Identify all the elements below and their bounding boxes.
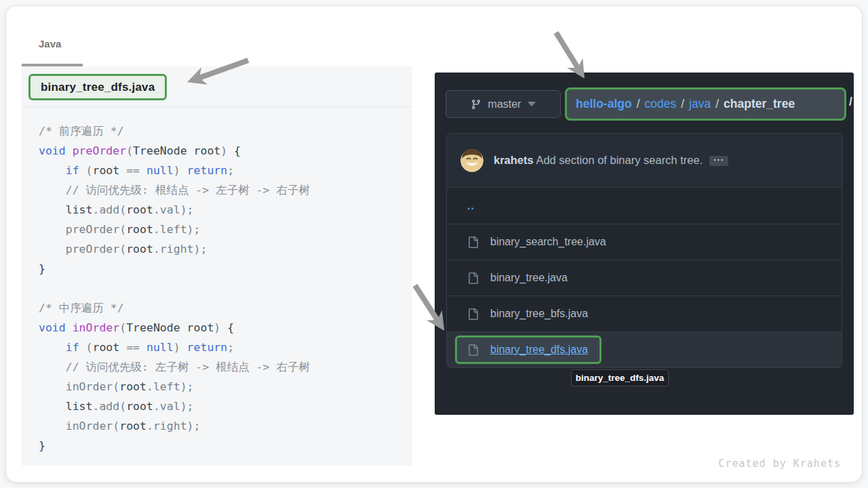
breadcrumb-separator: /: [715, 97, 719, 111]
branch-label: master: [488, 98, 521, 110]
code-line: inOrder(root.right);: [39, 416, 412, 436]
breadcrumb-repo-link[interactable]: hello-algo: [576, 97, 632, 111]
breadcrumb-separator: /: [637, 97, 640, 111]
file-highlight-box: binary_tree_dfs.java: [455, 336, 601, 364]
file-list: ..binary_search_tree.javabinary_tree.jav…: [447, 187, 842, 367]
file-icon: [467, 344, 479, 356]
caret-down-icon: [528, 102, 536, 106]
breadcrumb-highlight-box: hello-algo / codes / java / chapter_tree: [565, 87, 846, 121]
file-tooltip: binary_tree_dfs.java: [571, 369, 669, 386]
code-line: inOrder(root.left);: [39, 377, 412, 396]
code-lines: /* 前序遍历 */void preOrder(TreeNode root) {…: [22, 107, 412, 455]
breadcrumb-separator: /: [681, 97, 684, 111]
file-row[interactable]: binary_tree.java: [447, 260, 842, 296]
breadcrumb-trailing-slash: /: [849, 95, 852, 109]
code-line: // 访问优先级: 左子树 -> 根结点 -> 右子树: [39, 357, 412, 377]
filename-highlight-box: binary_tree_dfs.java: [28, 74, 167, 100]
file-link[interactable]: binary_tree_bfs.java: [490, 308, 588, 320]
file-icon: [467, 237, 479, 248]
code-line: preOrder(root.left);: [39, 220, 412, 239]
breadcrumb-dir-java[interactable]: java: [689, 97, 711, 111]
breadcrumb-dir-codes[interactable]: codes: [645, 97, 677, 111]
branch-selector-button[interactable]: master: [446, 90, 561, 118]
code-line: [39, 279, 412, 298]
code-line: void preOrder(TreeNode root) {: [39, 141, 412, 161]
code-line: // 访问优先级: 根结点 -> 左子树 -> 右子树: [39, 180, 412, 200]
code-line: }: [39, 436, 412, 455]
code-header: binary_tree_dfs.java: [22, 66, 412, 107]
screenshot-stage: Java binary_tree_dfs.java /* 前序遍历 */void…: [0, 0, 868, 488]
credit-text: Created by Krahets: [718, 458, 841, 470]
file-row[interactable]: binary_tree_bfs.java: [447, 296, 842, 331]
tab-java[interactable]: Java: [39, 38, 61, 49]
code-line: /* 前序遍历 */: [39, 121, 412, 141]
file-row[interactable]: binary_search_tree.java: [447, 224, 842, 260]
git-branch-icon: [471, 99, 481, 110]
code-line: if (root == null) return;: [39, 161, 412, 180]
latest-commit-row: krahets Add section of binary search tre…: [447, 134, 842, 187]
file-icon: [467, 308, 479, 320]
code-line: }: [39, 259, 412, 279]
commit-text: krahets Add section of binary search tre…: [494, 154, 728, 167]
code-filename: binary_tree_dfs.java: [41, 81, 155, 94]
code-panel: binary_tree_dfs.java /* 前序遍历 */void preO…: [22, 66, 412, 466]
github-panel: master hello-algo / codes / java / chapt…: [435, 73, 854, 415]
file-link[interactable]: binary_search_tree.java: [490, 236, 606, 248]
file-row[interactable]: binary_tree_dfs.java: [447, 331, 842, 367]
file-listbox: krahets Add section of binary search tre…: [446, 133, 842, 368]
code-line: preOrder(root.right);: [39, 239, 412, 259]
commit-more-button[interactable]: ···: [709, 156, 728, 166]
file-icon: [467, 272, 479, 284]
file-row-parent-dir[interactable]: ..: [447, 187, 842, 224]
code-line: if (root == null) return;: [39, 338, 412, 357]
file-link[interactable]: binary_tree.java: [490, 272, 568, 284]
code-line: list.add(root.val);: [39, 396, 412, 416]
commit-author[interactable]: krahets: [494, 154, 534, 166]
code-line: /* 中序遍历 */: [39, 298, 412, 318]
file-link[interactable]: binary_tree_dfs.java: [490, 344, 588, 356]
code-line: list.add(root.val);: [39, 200, 412, 220]
code-line: void inOrder(TreeNode root) {: [39, 318, 412, 338]
avatar[interactable]: [460, 149, 484, 172]
parent-dir-link[interactable]: ..: [467, 200, 475, 212]
breadcrumb-current-dir: chapter_tree: [724, 97, 795, 111]
commit-message: Add section of binary search tree.: [534, 154, 703, 166]
